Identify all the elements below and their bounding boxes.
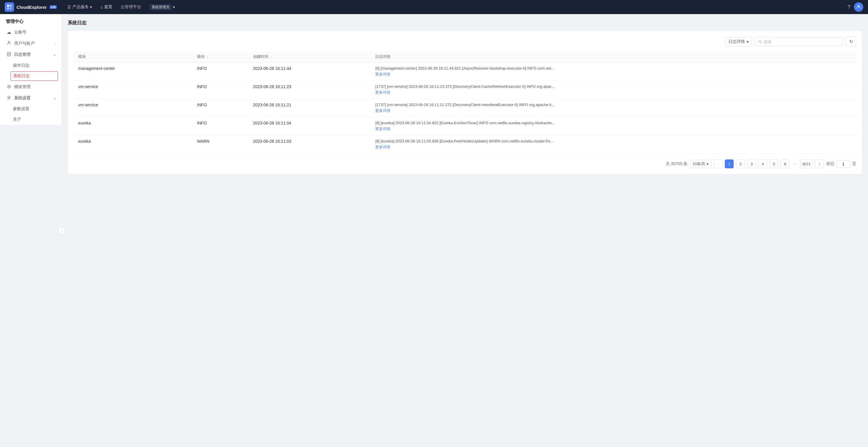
page-btn-1[interactable]: 1	[725, 160, 734, 168]
sidebar-sub-item-operation-log[interactable]: 操作日志	[0, 60, 61, 71]
sidebar-item-users-tenants[interactable]: 用户与租户 ›	[0, 38, 61, 49]
cell-level-1: INFO	[192, 81, 248, 99]
filter-label: 日志详情	[728, 39, 745, 44]
main-layout: 管理中心 ☁ 云账号 用户与租户 ›	[0, 14, 868, 447]
page-btn-2[interactable]: 2	[736, 160, 745, 168]
sidebar-item-cloud-account[interactable]: ☁ 云账号	[0, 27, 61, 38]
cell-created-at-4: 2023-06-28 16:11:03	[248, 135, 371, 153]
sys-admin-badge: 系统管理员	[149, 4, 172, 10]
nav-sys-admin[interactable]: 系统管理员 ▾	[146, 2, 179, 12]
module-icon	[6, 84, 12, 90]
log-table: 模块 级别 ↕ 创建时间 ↑ 日志详情	[73, 51, 856, 153]
search-icon	[758, 40, 762, 44]
user-avatar[interactable]	[854, 2, 863, 12]
svg-point-10	[8, 86, 10, 88]
sidebar-item-sys-settings[interactable]: 系统设置 ▴	[0, 93, 61, 104]
table-row: eureka INFO 2023-06-28 16:11:04 [8] [eur…	[73, 117, 856, 135]
user-icon	[6, 41, 12, 46]
svg-point-5	[8, 41, 10, 43]
cell-created-at-1: 2023-06-28 16:11:23	[248, 81, 371, 99]
sort-icon-time[interactable]: ↑	[270, 55, 272, 59]
sidebar-item-label: 云账号	[14, 30, 27, 35]
log-level-filter[interactable]: 日志详情 ▾	[725, 37, 752, 46]
cell-log-detail-1: [1737] [vm-service] 2023-06-28 16:11:23.…	[371, 81, 856, 99]
sidebar-sub-item-system-log[interactable]: 系统日志	[10, 71, 58, 81]
app-badge: Lite	[50, 5, 57, 9]
more-detail-link-2[interactable]: 更多详情	[375, 108, 851, 113]
cell-module-2: vm-service	[73, 99, 192, 117]
table-body: management-center INFO 2023-06-28 16:11:…	[73, 63, 856, 153]
page-btn-4[interactable]: 4	[758, 160, 767, 168]
svg-rect-0	[7, 5, 9, 7]
page-btn-3[interactable]: 3	[747, 160, 756, 168]
chevron-down-icon-filter: ▾	[747, 39, 749, 44]
cell-level-0: INFO	[192, 63, 248, 81]
sidebar-item-module-mgmt[interactable]: 模块管理	[0, 81, 61, 93]
svg-point-12	[8, 97, 10, 98]
total-count: 共 30705 条	[666, 161, 688, 167]
logo[interactable]: CloudExplorer Lite	[5, 2, 57, 12]
log-detail-text-2: [1737] [vm-service] 2023-06-28 16:11:21.…	[375, 103, 640, 107]
search-input[interactable]	[764, 39, 840, 44]
next-page-button[interactable]: ›	[815, 160, 824, 168]
cell-module-1: vm-service	[73, 81, 192, 99]
page-title: 系统日志	[68, 20, 862, 26]
sidebar-sub-item-about[interactable]: 关于	[0, 114, 61, 125]
cell-level-3: INFO	[192, 117, 248, 135]
chevron-down-icon-2: ▾	[173, 5, 175, 9]
more-detail-link-0[interactable]: 更多详情	[375, 72, 851, 77]
sidebar-label-log-mgmt: 日志管理	[14, 52, 31, 57]
refresh-button[interactable]: ↻	[846, 37, 856, 46]
cell-log-detail-2: [1737] [vm-service] 2023-06-28 16:11:21.…	[371, 99, 856, 117]
log-detail-text-1: [1737] [vm-service] 2023-06-28 16:11:23.…	[375, 84, 640, 89]
content-card: 日志详情 ▾ ↻ 模块	[68, 31, 862, 174]
sidebar-sub-item-params[interactable]: 参数设置	[0, 104, 61, 114]
cell-module-4: eureka	[73, 135, 192, 153]
sidebar-item-log-mgmt[interactable]: 日志管理 ▴	[0, 49, 61, 60]
more-detail-link-3[interactable]: 更多详情	[375, 126, 851, 132]
table-row: vm-service INFO 2023-06-28 16:11:21 [173…	[73, 99, 856, 117]
sort-icon-level[interactable]: ↕	[207, 55, 208, 59]
svg-rect-1	[10, 5, 12, 7]
prev-page-button[interactable]: ‹	[714, 160, 722, 168]
svg-rect-3	[10, 7, 12, 9]
col-level: 级别 ↕	[192, 51, 248, 63]
table-row: eureka WARN 2023-06-28 16:11:03 [8] [eur…	[73, 135, 856, 153]
cell-log-detail-4: [8] [eureka] 2023-06-28 16:11:03.836 [Eu…	[371, 135, 856, 153]
page-ellipsis: ···	[792, 162, 798, 166]
cell-created-at-2: 2023-06-28 16:11:21	[248, 99, 371, 117]
grid-icon: ☰	[67, 5, 71, 9]
nav-cloud-mgmt[interactable]: 云管理平台	[117, 3, 145, 11]
log-detail-text-3: [8] [eureka] 2023-06-28 16:11:04.832 [Eu…	[375, 121, 640, 125]
page-btn-5[interactable]: 5	[770, 160, 778, 168]
sidebar-collapse-button[interactable]: ‹	[58, 227, 65, 234]
chevron-down-icon: ▾	[90, 5, 92, 9]
log-icon	[6, 52, 12, 57]
app-name: CloudExplorer	[17, 5, 47, 10]
page-goto: 前往 页	[826, 160, 856, 168]
chevron-up-icon: ▴	[54, 53, 56, 57]
cell-level-2: INFO	[192, 99, 248, 117]
sidebar-title: 管理中心	[0, 14, 61, 27]
svg-point-13	[758, 40, 761, 42]
col-module: 模块	[73, 51, 192, 63]
col-log-detail: 日志详情	[371, 51, 856, 63]
sidebar-label-module-mgmt: 模块管理	[14, 84, 31, 90]
help-button[interactable]: ?	[847, 4, 850, 10]
cell-created-at-0: 2023-06-28 16:11:44	[248, 63, 371, 81]
cell-log-detail-0: [9] [management-center] 2023-06-28 16:11…	[371, 63, 856, 81]
svg-rect-2	[7, 7, 9, 9]
settings-icon	[6, 96, 12, 101]
more-detail-link-1[interactable]: 更多详情	[375, 90, 851, 95]
more-detail-link-4[interactable]: 更多详情	[375, 144, 851, 150]
page-goto-input[interactable]	[836, 160, 850, 168]
page-btn-6[interactable]: 6	[781, 160, 789, 168]
log-detail-text-0: [9] [management-center] 2023-06-28 16:11…	[375, 66, 640, 70]
per-page-select[interactable]: 10条/页 ▾	[690, 160, 711, 168]
nav-products[interactable]: ☰ 产品服务 ▾	[64, 3, 96, 11]
top-menu: ☰ 产品服务 ▾ ⌂ 首页 云管理平台 系统管理员 ▾	[64, 2, 847, 12]
page-btn-last[interactable]: 3071	[800, 160, 813, 168]
pagination: 共 30705 条 10条/页 ▾ ‹ 1 2 3 4 5 6 ··· 3071…	[73, 160, 856, 168]
toolbar: 日志详情 ▾ ↻	[73, 37, 856, 46]
nav-home[interactable]: ⌂ 首页	[97, 3, 116, 11]
